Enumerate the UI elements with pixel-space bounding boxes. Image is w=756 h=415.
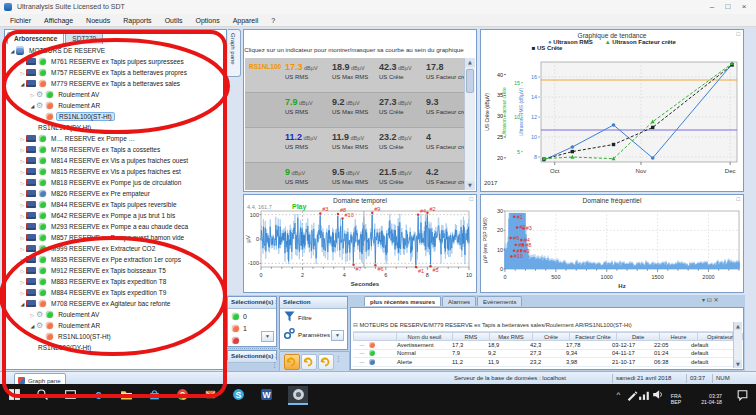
- collapsed-icon[interactable]: ▷: [29, 92, 36, 98]
- collapsed-icon[interactable]: ▷: [19, 279, 26, 285]
- collapsed-icon[interactable]: ▷: [19, 59, 26, 65]
- mail-icon[interactable]: [204, 388, 217, 401]
- menu-item-appareil[interactable]: Appareil: [233, 17, 259, 24]
- tree-item[interactable]: ▷M818 RESERVE ex Pompe jus de circulatio…: [7, 177, 224, 188]
- apply-selection-button[interactable]: [301, 354, 317, 370]
- dropdown-button[interactable]: ▼: [261, 331, 274, 342]
- collapsed-icon[interactable]: ▷: [19, 290, 26, 296]
- collapsed-icon[interactable]: ▷: [19, 136, 26, 142]
- filter-button[interactable]: Filtre: [298, 314, 312, 321]
- indicator-cell-us-facteur-crête[interactable]: 4US Facteur crête: [426, 132, 464, 151]
- table-row[interactable]: —Normal99,521,54,2207-10-1723:25default: [353, 367, 733, 368]
- maximize-icon[interactable]: □: [720, 1, 736, 13]
- collapsed-icon[interactable]: ▷: [19, 257, 26, 263]
- selection-panel-header[interactable]: Sélection: [280, 297, 347, 309]
- collapsed-icon[interactable]: ▷: [19, 191, 26, 197]
- collapsed-icon[interactable]: ▷: [19, 180, 26, 186]
- search-icon[interactable]: [36, 388, 49, 401]
- tree-item[interactable]: ▷M814 RESERVE ex Vis a pulpes fraiches o…: [7, 155, 224, 166]
- close-icon[interactable]: ✕: [713, 297, 718, 303]
- menu-item-fichier[interactable]: Fichier: [10, 17, 31, 24]
- indicator-cell-us-crête[interactable]: 27.3 dBµVUS Crête: [379, 97, 425, 116]
- parameters-button[interactable]: Paramètres: [298, 331, 330, 338]
- time-chart[interactable]: -1000100#3#8#10#9#4#2#7#6#1#50246810Seco…: [244, 195, 476, 292]
- tree-item[interactable]: RS1NL100(ST-Ht): [7, 331, 224, 342]
- menu-item-rapports[interactable]: Rapports: [123, 17, 151, 24]
- indicator-row[interactable]: RS1NL10017.3 dBµVUS RMS18.9 dBµVUS Max R…: [245, 58, 464, 93]
- collapsed-icon[interactable]: ▷: [19, 147, 26, 153]
- menu-item-affichage[interactable]: Affichage: [44, 17, 73, 24]
- column-header[interactable]: RMS: [453, 333, 490, 340]
- indicator-cell-us-rms[interactable]: 11.2 dBµVUS RMS: [285, 132, 331, 151]
- close-icon[interactable]: ×: [736, 1, 752, 13]
- column-header[interactable]: [354, 333, 397, 340]
- menu-item-outils[interactable]: Outils: [165, 17, 183, 24]
- tree-item[interactable]: ◢⚙Roulement AR: [7, 100, 224, 111]
- column-header[interactable]: Date: [617, 333, 660, 340]
- start-icon[interactable]: [8, 388, 21, 401]
- tree-item[interactable]: ▷M761 RESERVE ex Tapis pulpes surpressee…: [7, 56, 224, 67]
- taskbar-clock[interactable]: 03:3721-04-18: [690, 393, 722, 405]
- tree-item[interactable]: ◢⚙Roulement AR: [7, 320, 224, 331]
- tab-plus-récentes-mesures[interactable]: plus récentes mesures: [364, 296, 441, 306]
- tree-item[interactable]: ▷M642 RESERVE ex Pompe a jus brut 1 bis: [7, 210, 224, 221]
- tree-item[interactable]: ▷M757 RESERVE ex Tapis a betteraves prop…: [7, 67, 224, 78]
- expanded-icon[interactable]: ◢: [19, 81, 26, 87]
- indicator-row[interactable]: 11.2 dBµVUS RMS11.9 dBµVUS Max RMS23.2 d…: [245, 128, 464, 163]
- indicator-cell-us-rms[interactable]: 9 dBµVUS RMS: [285, 167, 331, 186]
- language-indicator[interactable]: FRABEP: [668, 393, 684, 405]
- ultranalysis-taskbar-icon[interactable]: [288, 386, 308, 405]
- notification-icon[interactable]: [736, 388, 749, 401]
- tree-item[interactable]: ▷M912 RESERVE ex Tapis boisseaux T5: [7, 265, 224, 276]
- expanded-icon[interactable]: ◢: [29, 323, 36, 329]
- indicator-cell-us-max-rms[interactable]: 9.2 dBµVUS Max RMS: [332, 97, 378, 116]
- tree-item[interactable]: ▷M758 RESERVE ex Tapis a cossettes: [7, 144, 224, 155]
- tree-item[interactable]: ▷⚙Roulement AV: [7, 89, 224, 100]
- minimize-icon[interactable]: –: [704, 1, 720, 13]
- column-header[interactable]: Crête: [533, 333, 570, 340]
- indicator-cell-us-facteur-crête[interactable]: 17.8US Facteur crête: [426, 62, 464, 81]
- collapsed-icon[interactable]: ▷: [19, 213, 26, 219]
- column-header[interactable]: Facteur Crête: [570, 333, 617, 340]
- indicator-row[interactable]: 9 dBµVUS RMS9.5 dBµVUS Max RMS21.5 dBµVU…: [245, 163, 464, 190]
- indicator-cell-us-max-rms[interactable]: 11.9 dBµVUS Max RMS: [332, 132, 378, 151]
- speaker-icon[interactable]: [651, 388, 664, 401]
- tree-item[interactable]: RS1NL100(ST-Ht): [7, 111, 224, 122]
- collapsed-icon[interactable]: ▷: [19, 202, 26, 208]
- tab-sdt270[interactable]: SDT270: [65, 32, 103, 44]
- store-icon[interactable]: [148, 388, 161, 401]
- legend-entry[interactable]: ▲ Ultrason Facteur crête: [605, 39, 676, 45]
- more-options-icon[interactable]: ⋮: [271, 361, 278, 369]
- filter-icon[interactable]: [283, 310, 296, 324]
- tree-item[interactable]: ▷M815 RESERVE ex Vis a pulpes fraiches e…: [7, 166, 224, 177]
- legend-entry[interactable]: ■ US Crête: [532, 45, 563, 51]
- indicator-cell-us-max-rms[interactable]: 18.9 dBµVUS Max RMS: [332, 62, 378, 81]
- scrollbar-thumb[interactable]: [466, 69, 474, 93]
- tree-item[interactable]: ◢M708 RESERVE ex Agitateur bac refonte: [7, 298, 224, 309]
- apply-selection-button[interactable]: [284, 354, 300, 370]
- measures-scrollbar[interactable]: ▲ ▼: [733, 322, 742, 368]
- collapsed-icon[interactable]: ▷: [19, 158, 26, 164]
- collapsed-icon[interactable]: ▷: [19, 70, 26, 76]
- tree-item[interactable]: ▷M826 RESERVE ex Pre empateur: [7, 188, 224, 199]
- scroll-down-icon[interactable]: ▼: [465, 181, 475, 190]
- tree-item[interactable]: ▷M883 RESERVE ex Tapis expedition T8: [7, 276, 224, 287]
- apply-selection-button[interactable]: [318, 354, 334, 370]
- selection-legend-item[interactable]: 0: [228, 309, 276, 321]
- dropdown-button[interactable]: ▼: [331, 330, 344, 341]
- collapsed-icon[interactable]: ▷: [19, 169, 26, 175]
- parameters-icon[interactable]: [283, 327, 296, 341]
- table-row[interactable]: —Avertissement17,318,942,317,7803-12-172…: [353, 341, 733, 350]
- tree-item[interactable]: RS1NL100(DY-Ht): [7, 342, 224, 353]
- tree-item[interactable]: ▷M999 RESERVE ex Extracteur CO2: [7, 243, 224, 254]
- tree-item[interactable]: ▷M… RESERVE ex Pompe …: [7, 133, 224, 144]
- indicator-cell-us-rms[interactable]: 7.9 dBµVUS RMS: [285, 97, 331, 116]
- column-header[interactable]: Max RMS: [490, 333, 533, 340]
- tree-item[interactable]: ◢M779 RESERVE ex Tapis a betteraves sale…: [7, 78, 224, 89]
- indicator-cell-us-crête[interactable]: 42.3 dBµVUS Crête: [379, 62, 425, 81]
- column-header[interactable]: Heure: [660, 333, 698, 340]
- tree-item[interactable]: ▷⚙Roulement AV: [7, 309, 224, 320]
- tree-item[interactable]: ▷M835 RESERVE ex Ppe extraction 1er corp…: [7, 254, 224, 265]
- edge-icon[interactable]: e: [92, 388, 105, 401]
- menu-item-noeuds[interactable]: Noeuds: [86, 17, 110, 24]
